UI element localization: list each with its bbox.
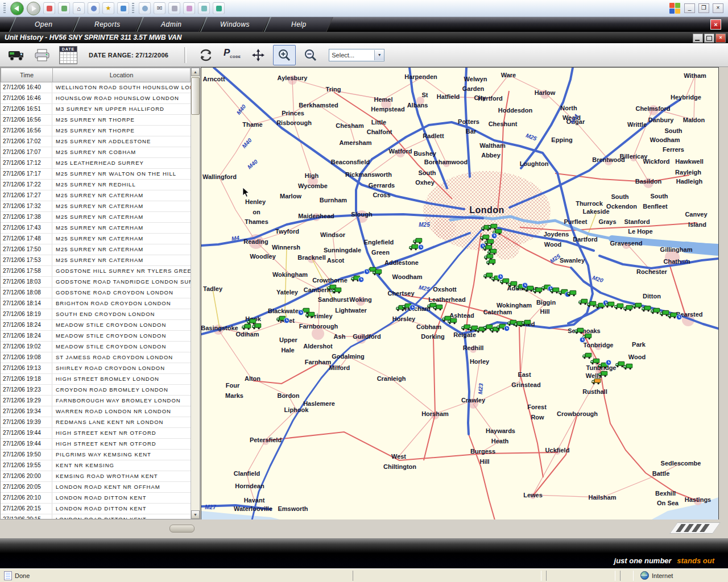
- restore-button[interactable]: [704, 34, 714, 43]
- edit-icon[interactable]: [183, 2, 195, 14]
- table-row[interactable]: 27/12/06 18:14BRIGHTON ROAD CROYDON LOND…: [1, 298, 191, 309]
- waypoint-icon[interactable]: [298, 309, 304, 315]
- table-row[interactable]: 27/12/06 19:23CROYDON ROAD BROMLEY LONDO…: [1, 385, 191, 396]
- table-row[interactable]: 27/12/06 17:22M25 SURREY NR REDHILL: [1, 180, 191, 190]
- browser-minimize-button[interactable]: _: [684, 3, 695, 13]
- table-row[interactable]: 27/12/06 17:58GODSTONE HILL SURREY NR TY…: [1, 266, 191, 277]
- zoom-out-button[interactable]: [299, 45, 322, 65]
- stop-icon[interactable]: [43, 2, 55, 14]
- table-row[interactable]: 27/12/06 16:56M25 SURREY NR THORPE: [1, 115, 191, 126]
- chevron-down-icon[interactable]: ▼: [374, 50, 384, 60]
- table-row[interactable]: 27/12/06 18:24MEADOW STILE CROYDON LONDO…: [1, 320, 191, 331]
- vehicle-icon[interactable]: [623, 305, 633, 311]
- menu-tab-reports[interactable]: Reports: [73, 17, 142, 32]
- vehicle-icon[interactable]: [433, 304, 443, 311]
- waypoint-icon[interactable]: [491, 232, 498, 239]
- vehicle-icon[interactable]: [242, 323, 251, 330]
- table-row[interactable]: 27/12/06 19:18HIGH STREET BROMLEY LONDON: [1, 374, 191, 385]
- vehicle-icon[interactable]: [448, 318, 457, 325]
- table-row[interactable]: 27/12/06 18:08GODSTONE ROAD CROYDON LOND…: [1, 288, 191, 298]
- toolbar-grip[interactable]: [132, 3, 134, 14]
- vehicle-icon[interactable]: [409, 244, 419, 251]
- table-row[interactable]: 27/12/06 19:44HIGH STREET KENT NR OTFORD: [1, 439, 191, 450]
- mail-icon[interactable]: ✉: [154, 2, 166, 14]
- minimize-button[interactable]: [693, 34, 703, 43]
- table-row[interactable]: 27/12/06 19:02MEADOW STILE CROYDON LONDO…: [1, 342, 191, 352]
- refresh-icon[interactable]: [58, 2, 70, 14]
- waypoint-icon[interactable]: [504, 325, 510, 331]
- vehicle-icon[interactable]: [651, 307, 660, 314]
- vehicle-icon[interactable]: [592, 378, 601, 385]
- favorites-icon[interactable]: ★: [102, 2, 114, 14]
- scroll-down-icon[interactable]: ▼: [191, 510, 200, 519]
- menu-tab-windows[interactable]: Windows: [200, 17, 270, 32]
- map-canvas[interactable]: ArncottAylesburyTringBerkhamstedHarpende…: [201, 67, 719, 521]
- waypoint-icon[interactable]: [606, 359, 612, 365]
- waypoint-icon[interactable]: [580, 336, 586, 343]
- home-icon[interactable]: ⌂: [73, 2, 85, 14]
- vehicle-icon[interactable]: [605, 301, 615, 308]
- vehicle-icon[interactable]: [252, 323, 262, 330]
- table-row[interactable]: 27/12/06 17:17M25 SURREY NR WALTON ON TH…: [1, 169, 191, 180]
- table-row[interactable]: 27/12/06 20:00KEMSING ROAD WROTHAM KENT: [1, 471, 191, 482]
- table-row[interactable]: 27/12/06 16:46HOUNSLOW ROAD HOUNSLOW LON…: [1, 93, 191, 104]
- table-row[interactable]: 27/12/06 18:03GODSTONE ROAD TANDRIDGE LO…: [1, 277, 191, 288]
- print-icon[interactable]: [168, 2, 180, 14]
- table-row[interactable]: 27/12/06 17:02M25 SURREY NR ADDLESTONE: [1, 136, 191, 147]
- pan-button[interactable]: [247, 45, 270, 65]
- vehicle-icon[interactable]: [522, 319, 531, 326]
- waypoint-icon[interactable]: [358, 276, 365, 282]
- map-select-dropdown[interactable]: Select... ▼: [329, 49, 384, 61]
- menu-tab-open[interactable]: Open: [9, 17, 78, 32]
- table-row[interactable]: 27/12/06 19:29FARNBOROUGH WAY BROMLEY LO…: [1, 396, 191, 406]
- table-row[interactable]: 27/12/06 17:53M25 SURREY NR CATERHAM: [1, 255, 191, 266]
- table-row[interactable]: 27/12/06 18:24MEADOW STILE CROYDON LONDO…: [1, 331, 191, 342]
- table-row[interactable]: 27/12/06 17:32M25 SURREY NR CATERHAM: [1, 201, 191, 212]
- table-row[interactable]: 27/12/06 20:10LONDON ROAD DITTON KENT: [1, 493, 191, 504]
- table-row[interactable]: 27/12/06 19:39REDMANS LANE KENT NR LONDO…: [1, 417, 191, 428]
- app-close-button[interactable]: ×: [710, 19, 721, 30]
- postcode-button[interactable]: PCODE: [221, 45, 243, 65]
- table-row[interactable]: 27/12/06 17:48M25 SURREY NR CATERHAM: [1, 234, 191, 244]
- messenger-icon[interactable]: [213, 2, 225, 14]
- column-header-location[interactable]: Location: [53, 68, 191, 82]
- vehicle-icon[interactable]: [623, 363, 633, 370]
- table-row[interactable]: 27/12/06 17:07M25 SURREY NR COBHAM: [1, 147, 191, 158]
- vehicle-icon[interactable]: [373, 269, 382, 276]
- vehicle-icon[interactable]: [642, 305, 651, 312]
- table-row[interactable]: 27/12/06 17:50M25 SURREY NR CATERHAM: [1, 244, 191, 255]
- waypoint-icon[interactable]: [410, 304, 416, 310]
- zoom-in-button[interactable]: [273, 45, 296, 65]
- history-icon[interactable]: [139, 2, 151, 14]
- table-row[interactable]: 27/12/06 16:56M25 SURREY NR THORPE: [1, 126, 191, 136]
- scroll-up-icon[interactable]: ▲: [191, 68, 200, 76]
- menu-tab-help[interactable]: Help: [264, 17, 333, 32]
- waypoint-icon[interactable]: [676, 314, 682, 320]
- browser-close-button[interactable]: ×: [713, 3, 723, 13]
- table-row[interactable]: 27/12/06 20:05LONDON ROAD KENT NR OFFHAM: [1, 482, 191, 493]
- discuss-icon[interactable]: [198, 2, 210, 14]
- table-row[interactable]: 27/12/06 20:15LONDON ROAD DITTON KENT: [1, 514, 191, 519]
- vehicle-report-button[interactable]: [5, 45, 27, 65]
- menu-tab-admin[interactable]: Admin: [136, 17, 206, 32]
- forward-button[interactable]: [27, 2, 40, 15]
- vehicle-icon[interactable]: [614, 303, 624, 310]
- waypoint-icon[interactable]: [418, 244, 424, 250]
- table-row[interactable]: 27/12/06 17:27M25 SURREY NR CATERHAM: [1, 190, 191, 201]
- table-row[interactable]: 27/12/06 16:40WELLINGTON ROAD SOUTH HOUN…: [1, 82, 191, 93]
- scrollbar-thumb[interactable]: [191, 77, 200, 115]
- table-row[interactable]: 27/12/06 19:50PILGRIMS WAY KEMSING KENT: [1, 450, 191, 460]
- vehicle-icon[interactable]: [567, 290, 577, 297]
- waypoint-icon[interactable]: [284, 317, 290, 323]
- table-row[interactable]: 27/12/06 17:43M25 SURREY NR CATERHAM: [1, 223, 191, 234]
- table-row[interactable]: 27/12/06 19:55KENT NR KEMSING: [1, 460, 191, 471]
- vehicle-icon[interactable]: [332, 287, 342, 294]
- media-icon[interactable]: [117, 2, 129, 14]
- table-row[interactable]: 27/12/06 20:15LONDON ROAD DITTON KENT: [1, 504, 191, 514]
- table-row[interactable]: 27/12/06 17:38M25 SURREY NR CATERHAM: [1, 212, 191, 223]
- vertical-scrollbar[interactable]: ▲ ▼: [191, 68, 200, 519]
- table-row[interactable]: 27/12/06 19:08ST JAMESS ROAD CROYDON LON…: [1, 352, 191, 363]
- back-button[interactable]: [10, 2, 24, 15]
- refresh-map-button[interactable]: [195, 45, 217, 65]
- vehicle-icon[interactable]: [305, 311, 315, 318]
